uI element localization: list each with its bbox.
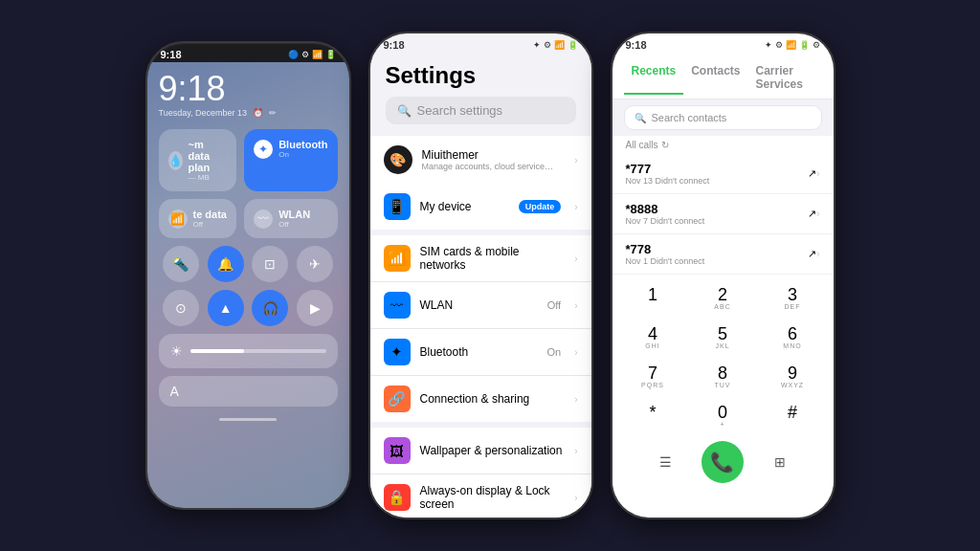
call-item-2[interactable]: *778 Nov 1 Didn't connect ↗ › <box>612 234 834 275</box>
miuithemer-name: Miuithemer <box>422 148 566 162</box>
connection-item[interactable]: 🔗 Connection & sharing › <box>370 376 591 422</box>
wlan-settings-icon: 〰 <box>384 292 411 319</box>
data-tile[interactable]: 💧 ~m data plan — MB <box>159 129 237 191</box>
control-center: 9:18 Tuesday, December 13 ⏰ ✏ 💧 ~m data … <box>147 62 349 508</box>
brightness-icon: ☀ <box>170 343 183 359</box>
location-btn[interactable]: ▲ <box>208 290 244 326</box>
dialpad-menu-btn[interactable]: ☰ <box>648 445 682 479</box>
device-icon: 📱 <box>384 193 411 220</box>
dialpad-grid: 1 2 ABC 3 DEF 4 GHI 5 JKL <box>620 280 826 433</box>
cc-date: Tuesday, December 13 ⏰ ✏ <box>159 108 338 118</box>
contacts-search-placeholder: Search contacts <box>652 112 727 123</box>
brightness-fill <box>190 349 245 353</box>
bell-btn[interactable]: 🔔 <box>208 246 244 282</box>
dial-key-2[interactable]: 2 ABC <box>690 280 756 316</box>
call-details-2: *778 Nov 1 Didn't connect <box>626 242 805 266</box>
connection-icon: 🔗 <box>384 386 411 412</box>
dialpad-grid-btn[interactable]: ⊞ <box>763 445 797 479</box>
outgoing-call-icon-2: ↗ <box>808 248 816 260</box>
video-btn[interactable]: ▶ <box>297 290 333 326</box>
dial-key-4[interactable]: 4 GHI <box>620 320 686 355</box>
miuithemer-item[interactable]: 🎨 Miuithemer Manage accounts, cloud serv… <box>370 136 591 184</box>
settings-search-bar[interactable]: 🔍 Search settings <box>386 97 576 124</box>
phone-tabs: Recents Contacts Carrier Services <box>612 53 834 99</box>
outgoing-call-icon-1: ↗ <box>808 208 816 220</box>
dial-key-8[interactable]: 8 TUV <box>690 359 756 394</box>
wallpaper-item[interactable]: 🖼 Wallpaper & personalization › <box>370 428 591 474</box>
device-label: My device <box>420 200 509 213</box>
always-on-chevron: › <box>574 493 577 503</box>
flashlight-btn[interactable]: 🔦 <box>163 246 199 282</box>
contacts-search-bar[interactable]: 🔍 Search contacts <box>624 105 822 130</box>
cc-tiles-grid: 💧 ~m data plan — MB ✦ Bluetooth On <box>159 129 338 238</box>
miuithemer-sub: Manage accounts, cloud services, and mor… <box>422 162 556 171</box>
bluetooth-item[interactable]: ✦ Bluetooth On › <box>370 329 591 376</box>
status-time-1: 9:18 <box>161 49 182 60</box>
dial-key-9[interactable]: 9 WXYZ <box>760 359 826 394</box>
call-item-0[interactable]: *777 Nov 13 Didn't connect ↗ › <box>612 154 834 194</box>
contacts-search-icon: 🔍 <box>635 113 646 123</box>
label-bar: A <box>159 376 338 407</box>
brightness-slider[interactable]: ☀ <box>159 334 338 368</box>
airplane-btn[interactable]: ✈ <box>297 246 333 282</box>
settings-header: Settings 🔍 Search settings <box>370 53 591 130</box>
search-placeholder: Search settings <box>417 103 503 118</box>
calls-header: All calls ↻ <box>612 136 834 154</box>
wlan-chevron: › <box>574 300 577 311</box>
headphone-btn[interactable]: 🎧 <box>252 290 288 326</box>
bluetooth-settings-icon: ✦ <box>384 339 411 365</box>
wallpaper-icon: 🖼 <box>384 437 411 464</box>
settings-screen: Settings 🔍 Search settings 🎨 Miuithemer … <box>370 53 591 519</box>
settings-list: 🎨 Miuithemer Manage accounts, cloud serv… <box>370 130 591 519</box>
sim-label: SIM cards & mobile networks <box>420 245 566 272</box>
screen-record-btn[interactable]: ⊡ <box>252 246 288 282</box>
phone-control-center: 9:18 🔵 ⚙ 📶 🔋 9:18 Tuesday, December 13 ⏰… <box>145 41 351 510</box>
settings-profile-section: 🎨 Miuithemer Manage accounts, cloud serv… <box>370 136 591 230</box>
wallpaper-chevron: › <box>574 446 577 456</box>
my-device-item[interactable]: 📱 My device Update › <box>370 184 591 230</box>
sim-text: SIM cards & mobile networks <box>420 245 566 272</box>
rotation-btn[interactable]: ⊙ <box>163 290 199 326</box>
device-chevron: › <box>574 202 577 212</box>
wlan-tile[interactable]: 〰 WLAN Off <box>244 199 337 238</box>
wlan-item[interactable]: 〰 WLAN Off › <box>370 282 591 329</box>
bluetooth-tile-icon: ✦ <box>254 140 273 159</box>
lock-icon: 🔒 <box>384 484 411 511</box>
dial-key-hash[interactable]: # <box>760 398 826 433</box>
phone-app: 9:18 ✦ ⚙ 📶 🔋 ⚙ Recents Contacts Carrier … <box>611 32 835 519</box>
outgoing-call-icon-0: ↗ <box>808 167 816 180</box>
miuithemer-text: Miuithemer Manage accounts, cloud servic… <box>422 148 566 171</box>
status-time-3: 9:18 <box>626 39 647 51</box>
call-item-1[interactable]: *8888 Nov 7 Didn't connect ↗ › <box>612 194 834 234</box>
status-time-2: 9:18 <box>384 39 405 51</box>
call-button[interactable]: 📞 <box>702 441 744 483</box>
wlan-text: WLAN <box>420 298 538 312</box>
time-block: 9:18 Tuesday, December 13 ⏰ ✏ <box>159 68 338 121</box>
call-chevron-2: › <box>816 249 819 259</box>
always-on-text: Always-on display & Lock screen <box>420 484 566 511</box>
dial-key-0[interactable]: 0 + <box>690 398 756 433</box>
dial-key-1[interactable]: 1 <box>620 280 686 316</box>
call-chevron-1: › <box>816 209 819 219</box>
device-text: My device <box>420 200 509 213</box>
settings-network-section: 📶 SIM cards & mobile networks › 〰 WLAN O… <box>370 235 591 422</box>
tab-carrier[interactable]: Carrier Services <box>748 60 822 95</box>
dial-key-star[interactable]: * <box>620 398 686 433</box>
label-a: A <box>170 384 179 399</box>
miui-avatar: 🎨 <box>384 145 412 174</box>
status-icons-3: ✦ ⚙ 📶 🔋 ⚙ <box>765 40 820 50</box>
mobile-data-tile[interactable]: 📶 te data Off <box>159 199 237 238</box>
tab-contacts[interactable]: Contacts <box>683 60 747 95</box>
settings-title: Settings <box>386 62 576 89</box>
dial-key-6[interactable]: 6 MNO <box>760 320 826 355</box>
update-badge: Update <box>519 200 562 213</box>
wallpaper-label: Wallpaper & personalization <box>420 444 566 457</box>
tab-recents[interactable]: Recents <box>624 60 684 95</box>
dial-key-5[interactable]: 5 JKL <box>690 320 756 355</box>
always-on-item[interactable]: 🔒 Always-on display & Lock screen › <box>370 474 591 519</box>
bluetooth-chevron: › <box>574 347 577 358</box>
sim-item[interactable]: 📶 SIM cards & mobile networks › <box>370 235 591 282</box>
dial-key-7[interactable]: 7 PQRS <box>620 359 686 394</box>
dial-key-3[interactable]: 3 DEF <box>760 280 826 316</box>
bluetooth-tile[interactable]: ✦ Bluetooth On <box>244 129 337 191</box>
